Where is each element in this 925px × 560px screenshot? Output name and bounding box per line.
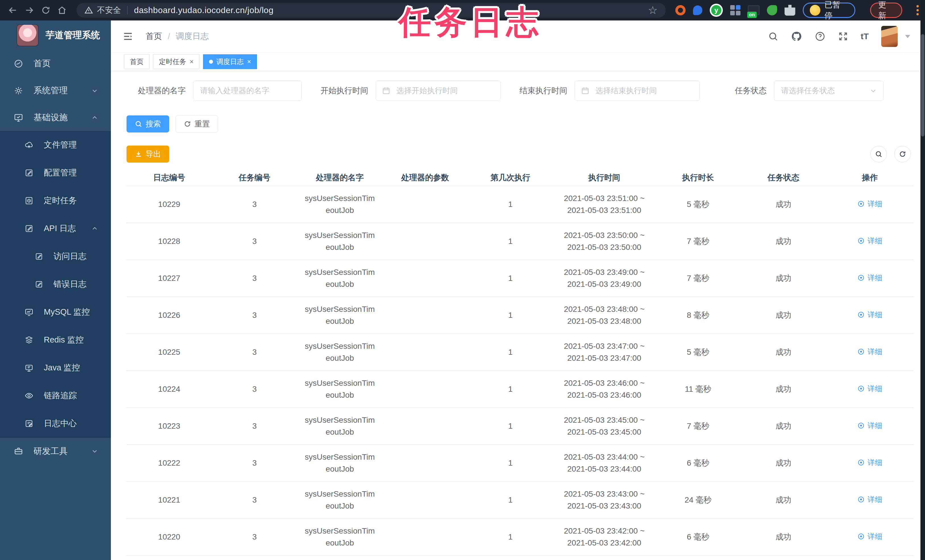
tab-scheduled-tasks[interactable]: 定时任务 <box>153 54 200 69</box>
cloud-upload-icon <box>24 140 33 149</box>
cell-task-id: 3 <box>212 371 297 408</box>
browser-forward-button[interactable] <box>23 4 36 17</box>
app-logo[interactable]: 芋道管理系统 <box>0 21 111 50</box>
detail-link[interactable]: 详细 <box>857 494 882 506</box>
sidebar-item-file-management[interactable]: 文件管理 <box>0 131 111 159</box>
browser-back-button[interactable] <box>6 4 20 17</box>
bookmark-star-icon[interactable]: ☆ <box>648 5 658 16</box>
cell-exec-time: 2021-05-03 23:46:00 ~2021-05-03 23:46:00 <box>553 371 655 408</box>
search-icon[interactable] <box>768 31 778 42</box>
paused-badge[interactable]: 已暂停 <box>803 3 855 18</box>
fullscreen-icon[interactable] <box>838 31 848 42</box>
security-warning[interactable]: 不安全 <box>84 5 121 16</box>
sidebar-item-api-log[interactable]: API 日志 <box>0 215 111 242</box>
sidebar-item-trace[interactable]: 链路追踪 <box>0 382 111 409</box>
font-size-icon[interactable]: tT <box>861 32 869 41</box>
monitor-chart-icon <box>24 307 33 317</box>
handler-name-input[interactable] <box>193 81 302 101</box>
sidebar-item-infrastructure[interactable]: 基础设施 <box>0 104 111 131</box>
table-row: 10228 3 sysUserSessionTimeoutJob 1 2021-… <box>127 223 914 260</box>
sidebar-item-log-center[interactable]: 日志中心 <box>0 409 111 438</box>
sidebar-item-java-monitor[interactable]: Java 监控 <box>0 354 111 382</box>
caret-down-icon[interactable] <box>905 35 910 38</box>
filter-label: 任务状态 <box>735 85 767 96</box>
filter-handler-name: 处理器的名字 <box>138 81 302 101</box>
tab-job-log[interactable]: 调度日志 <box>203 54 257 69</box>
cell-task-id: 3 <box>212 408 297 445</box>
infrastructure-submenu: 文件管理 配置管理 定时任务 API 日志 访问日志 错误日志 <box>0 131 111 438</box>
sidebar-item-redis-monitor[interactable]: Redis 监控 <box>0 326 111 354</box>
sidebar-item-system[interactable]: 系统管理 <box>0 77 111 104</box>
detail-link[interactable]: 详细 <box>857 530 882 542</box>
scrollbar-thumb[interactable] <box>921 34 924 137</box>
end-time-input[interactable] <box>575 81 700 101</box>
cell-exec-time: 2021-05-03 23:48:00 ~2021-05-03 23:48:00 <box>553 297 655 334</box>
close-icon[interactable] <box>247 58 251 65</box>
sidebar-item-label: 链路追踪 <box>44 390 77 401</box>
monitor-icon <box>24 363 33 372</box>
sidebar-item-scheduled-tasks[interactable]: 定时任务 <box>0 187 111 215</box>
export-button[interactable]: 导出 <box>127 146 169 163</box>
cell-actions: 详细 <box>826 445 914 482</box>
sidebar-item-error-log[interactable]: 错误日志 <box>0 270 111 298</box>
filter-label: 开始执行时间 <box>321 85 368 96</box>
browser-menu-icon[interactable] <box>916 5 919 15</box>
tab-home[interactable]: 首页 <box>124 54 149 69</box>
github-icon[interactable] <box>791 31 802 42</box>
avatar[interactable] <box>881 26 898 47</box>
browser-home-button[interactable] <box>56 4 69 17</box>
column-header: 任务编号 <box>212 169 297 186</box>
breadcrumb: 首页 调度日志 <box>146 31 209 42</box>
column-header: 任务状态 <box>741 169 826 186</box>
detail-link[interactable]: 详细 <box>857 346 882 358</box>
extensions-puzzle-icon[interactable] <box>785 5 795 16</box>
cell-task-id: 3 <box>212 445 297 482</box>
cell-log-id: 10226 <box>127 297 212 334</box>
begin-time-input[interactable] <box>376 81 501 101</box>
browser-reload-button[interactable] <box>39 4 52 17</box>
detail-link[interactable]: 详细 <box>857 420 882 432</box>
task-status-select[interactable] <box>774 81 883 101</box>
help-icon[interactable] <box>815 31 826 42</box>
chevron-down-icon <box>91 447 98 455</box>
detail-link[interactable]: 详细 <box>857 456 882 468</box>
reset-button[interactable]: 重置 <box>175 115 218 132</box>
cell-log-id: 10222 <box>127 445 212 482</box>
extension-on-badge-icon[interactable]: on <box>748 5 760 15</box>
sidebar-item-mysql-monitor[interactable]: MySQL 监控 <box>0 298 111 326</box>
extension-leaf-icon[interactable] <box>767 5 777 15</box>
page-scrollbar[interactable] <box>920 0 925 560</box>
search-button-label: 搜索 <box>146 119 161 129</box>
extension-grid-icon[interactable] <box>730 5 740 15</box>
cell-actions: 详细 <box>826 334 914 371</box>
sidebar-item-access-log[interactable]: 访问日志 <box>0 242 111 270</box>
sidebar-item-label: 访问日志 <box>53 251 86 262</box>
toggle-search-button[interactable] <box>871 146 887 162</box>
cell-exec-index: 1 <box>468 223 553 260</box>
cell-status: 成功 <box>741 371 826 408</box>
breadcrumb-home[interactable]: 首页 <box>146 31 162 42</box>
url-text[interactable]: dashboard.yudao.iocoder.cn/job/log <box>134 5 274 15</box>
close-icon[interactable] <box>190 58 194 65</box>
extension-orange-icon[interactable] <box>675 5 685 15</box>
extension-blue-icon[interactable] <box>693 5 703 15</box>
update-button[interactable]: 更新 <box>870 3 902 18</box>
hamburger-icon[interactable] <box>122 31 134 42</box>
detail-link[interactable]: 详细 <box>857 382 882 394</box>
detail-link[interactable]: 详细 <box>857 235 882 247</box>
address-bar[interactable]: 不安全 dashboard.yudao.iocoder.cn/job/log ☆ <box>77 3 665 18</box>
cell-duration: 5 毫秒 <box>655 334 741 371</box>
calendar-icon <box>382 86 390 95</box>
table-row: 10229 3 sysUserSessionTimeoutJob 1 2021-… <box>127 186 914 223</box>
sidebar-item-dev-tools[interactable]: 研发工具 <box>0 438 111 465</box>
sidebar-item-config-management[interactable]: 配置管理 <box>0 159 111 187</box>
table-row: 10220 3 sysUserSessionTimeoutJob 1 2021-… <box>127 518 914 555</box>
search-button[interactable]: 搜索 <box>127 115 169 132</box>
refresh-table-button[interactable] <box>894 146 911 162</box>
cell-task-id: 3 <box>212 223 297 260</box>
extension-green-icon[interactable]: y <box>710 4 723 17</box>
detail-link[interactable]: 详细 <box>857 309 882 321</box>
detail-link[interactable]: 详细 <box>857 272 882 284</box>
sidebar-item-home[interactable]: 首页 <box>0 50 111 77</box>
detail-link[interactable]: 详细 <box>857 198 882 210</box>
